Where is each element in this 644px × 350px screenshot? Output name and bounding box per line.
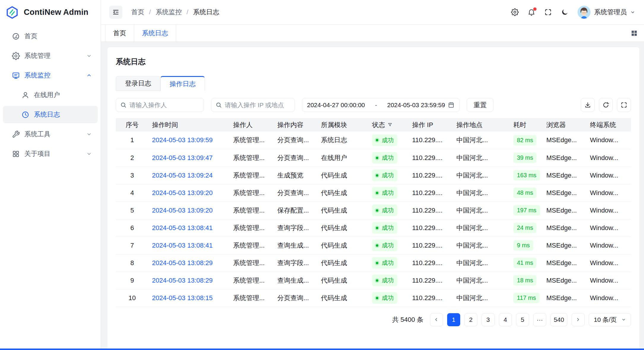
breadcrumb-item[interactable]: 系统监控 — [156, 8, 182, 17]
time-link[interactable]: 2024-05-03 13:09:20 — [152, 207, 213, 214]
cell-os: Window... — [586, 272, 631, 289]
time-link[interactable]: 2024-05-03 13:08:29 — [152, 259, 213, 267]
cell-content: 分页查询... — [274, 184, 317, 202]
table-row: 3 2024-05-03 13:09:24 系统管理... 生成预览 代码生成 … — [116, 167, 631, 184]
settings-button[interactable] — [511, 8, 519, 16]
date-range-picker[interactable]: 2024-04-27 00:00:00 - 2024-05-03 23:59:5… — [302, 98, 460, 112]
time-link[interactable]: 2024-05-03 13:08:41 — [152, 242, 213, 249]
page-button-3[interactable]: 3 — [482, 313, 495, 326]
sidebar-item-system-tools[interactable]: 系统工具 — [3, 126, 98, 143]
sidebar-item-system-logs[interactable]: 系统日志 — [3, 106, 98, 123]
cell-time: 2024-05-03 13:08:29 — [148, 254, 230, 272]
date-start-value: 2024-04-27 00:00:00 — [307, 102, 365, 109]
moon-icon — [561, 8, 569, 16]
sidebar-item-system-monitor[interactable]: 系统监控 — [3, 67, 98, 84]
reset-button[interactable]: 重置 — [467, 98, 493, 112]
page-button-5[interactable]: 5 — [516, 313, 529, 326]
col-header-module: 所属模块 — [317, 118, 368, 132]
cell-os: Window... — [586, 184, 631, 202]
col-header-browser: 浏览器 — [543, 118, 586, 132]
page-button-2[interactable]: 2 — [464, 313, 477, 326]
fullscreen-table-button[interactable] — [617, 98, 631, 112]
page-button-1[interactable]: 1 — [447, 313, 460, 326]
cell-time: 2024-05-03 13:09:24 — [148, 167, 230, 184]
dark-mode-button[interactable] — [561, 8, 569, 16]
top-header: 首页 / 系统监控 / 系统日志 — [101, 0, 644, 25]
sidebar-item-online-users[interactable]: 在线用户 — [3, 86, 98, 104]
time-link[interactable]: 2024-05-03 13:09:24 — [152, 172, 213, 179]
cell-duration: 82 ms — [510, 132, 543, 149]
fullscreen-button[interactable] — [544, 8, 552, 16]
page-button-4[interactable]: 4 — [499, 313, 512, 326]
status-label: 成功 — [382, 189, 394, 197]
ip-search-field[interactable] — [211, 98, 295, 112]
refresh-button[interactable] — [599, 98, 613, 112]
prev-page-button[interactable] — [430, 313, 443, 326]
status-label: 成功 — [382, 154, 394, 162]
status-badge: 成功 — [372, 134, 397, 146]
sidebar-item-system-management[interactable]: 系统管理 — [3, 47, 98, 64]
filter-icon[interactable] — [387, 122, 393, 127]
logo: ContiNew Admin — [0, 0, 101, 25]
cell-status: 成功 — [368, 167, 409, 184]
status-badge: 成功 — [372, 170, 397, 181]
duration-badge: 163 ms — [513, 170, 540, 180]
cell-index: 10 — [116, 289, 148, 307]
breadcrumb-item[interactable]: 首页 — [131, 8, 144, 17]
tab-list-icon[interactable] — [630, 29, 638, 37]
table-header: 序号 操作时间 操作人 操作内容 所属模块 状态 — [116, 118, 631, 132]
cell-browser: MSEdge... — [543, 289, 586, 307]
cell-operator: 系统管理... — [230, 289, 274, 307]
time-link[interactable]: 2024-05-03 13:08:29 — [152, 277, 213, 284]
cell-time: 2024-05-03 13:08:29 — [148, 272, 230, 289]
sidebar-menu: 首页 系统管理 系统监控 — [0, 25, 101, 165]
avatar — [577, 6, 591, 19]
tab-login-logs[interactable]: 登录日志 — [116, 76, 160, 91]
logo-icon — [5, 6, 19, 19]
page-size-select[interactable]: 10 条/页 — [589, 313, 631, 326]
calendar-icon — [448, 102, 455, 108]
cell-browser: MSEdge... — [543, 272, 586, 289]
operator-search-input[interactable] — [129, 102, 200, 109]
tab-operation-logs[interactable]: 操作日志 — [160, 76, 205, 91]
page-ellipsis-button[interactable]: ··· — [533, 313, 546, 326]
notifications-button[interactable] — [528, 8, 535, 16]
user-menu[interactable]: 系统管理员 — [577, 6, 635, 19]
duration-badge: 9 ms — [513, 240, 533, 251]
time-link[interactable]: 2024-05-03 13:09:20 — [152, 189, 213, 197]
export-button[interactable] — [581, 98, 595, 112]
cell-location: 中国河北... — [453, 202, 510, 219]
date-end-value: 2024-05-03 23:59:59 — [387, 102, 445, 109]
collapse-sidebar-button[interactable] — [109, 6, 122, 19]
status-label: 成功 — [382, 171, 394, 179]
cell-browser: MSEdge... — [543, 167, 586, 184]
filter-toolbar: 2024-04-27 00:00:00 - 2024-05-03 23:59:5… — [116, 98, 631, 112]
cell-location: 中国河北... — [453, 132, 510, 149]
cell-index: 8 — [116, 254, 148, 272]
time-link[interactable]: 2024-05-03 13:09:59 — [152, 136, 213, 144]
cell-status: 成功 — [368, 272, 409, 289]
next-page-button[interactable] — [572, 313, 585, 326]
operator-search-field[interactable] — [116, 98, 204, 112]
cell-os: Window... — [586, 167, 631, 184]
time-link[interactable]: 2024-05-03 13:08:15 — [152, 294, 213, 302]
workspace-tab-home[interactable]: 首页 — [105, 25, 134, 42]
breadcrumb-separator: / — [186, 8, 188, 16]
sidebar-item-about[interactable]: 关于项目 — [3, 145, 98, 162]
time-link[interactable]: 2024-05-03 13:09:47 — [152, 154, 213, 161]
sidebar-item-label: 系统监控 — [24, 71, 50, 80]
cell-os: Window... — [586, 237, 631, 254]
cell-duration: 163 ms — [510, 167, 543, 184]
cell-ip: 110.229.... — [409, 254, 453, 272]
status-badge: 成功 — [372, 240, 397, 251]
ip-search-input[interactable] — [225, 102, 290, 109]
col-header-ip: 操作 IP — [409, 118, 453, 132]
sidebar-item-home[interactable]: 首页 — [3, 28, 98, 45]
workspace-tab-system-logs[interactable]: 系统日志 — [134, 25, 176, 42]
chevron-up-icon — [86, 73, 92, 78]
status-dot-icon — [375, 208, 379, 213]
time-link[interactable]: 2024-05-03 13:08:41 — [152, 224, 213, 232]
page-button-540[interactable]: 540 — [550, 313, 567, 326]
menu-fold-icon — [112, 9, 119, 16]
page-title: 系统日志 — [116, 57, 631, 66]
